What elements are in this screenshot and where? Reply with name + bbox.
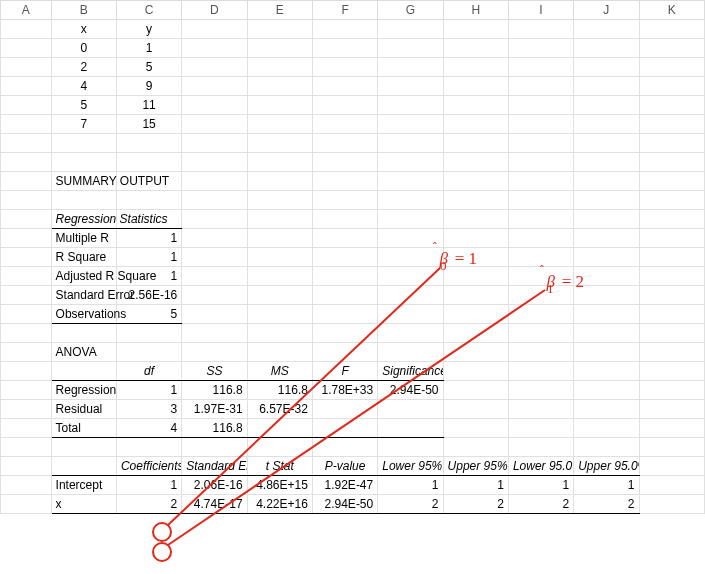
coef-intercept-value: 1 <box>116 476 181 495</box>
cell <box>378 400 443 419</box>
table-row[interactable]: 715 <box>1 115 705 134</box>
cell: 1 <box>378 476 443 495</box>
anova-header-ms: MS <box>247 362 312 381</box>
col-header[interactable]: A <box>1 1 52 20</box>
table-row[interactable]: Standard Error2.56E-16 <box>1 286 705 305</box>
stat-label: Adjusted R Square <box>51 267 116 286</box>
coef-header: Lower 95% <box>378 457 443 476</box>
cell: 0 <box>51 39 116 58</box>
cell: 6.57E-32 <box>247 400 312 419</box>
coef-header: Coefficients <box>116 457 181 476</box>
column-headers-row: A B C D E F G H I J K <box>1 1 705 20</box>
cell: 2.94E-50 <box>378 381 443 400</box>
table-row[interactable]: R Square1 <box>1 248 705 267</box>
col-header[interactable]: D <box>182 1 247 20</box>
table-row[interactable]: ANOVA <box>1 343 705 362</box>
cell: 116.8 <box>247 381 312 400</box>
anova-header-df: df <box>116 362 181 381</box>
cell: 2.06E-16 <box>182 476 247 495</box>
stat-value: 5 <box>116 305 181 324</box>
table-row[interactable]: x 2 4.74E-17 4.22E+16 2.94E-50 2 2 2 2 <box>1 495 705 514</box>
stat-label: Standard Error <box>51 286 116 305</box>
table-row[interactable]: Multiple R1 <box>1 229 705 248</box>
anova-header-ss: SS <box>182 362 247 381</box>
coef-header: P-value <box>312 457 377 476</box>
table-row[interactable] <box>1 191 705 210</box>
table-row[interactable]: Observations5 <box>1 305 705 324</box>
stat-value: 1 <box>116 248 181 267</box>
col-header[interactable]: G <box>378 1 443 20</box>
col-header[interactable]: H <box>443 1 508 20</box>
coef-row-label: x <box>51 495 116 514</box>
coef-row-label: Intercept <box>51 476 116 495</box>
cell: 5 <box>116 58 181 77</box>
stat-label: R Square <box>51 248 116 267</box>
table-row[interactable]: df SS MS F Significance F <box>1 362 705 381</box>
table-row[interactable]: Regression 1 116.8 116.8 1.78E+33 2.94E-… <box>1 381 705 400</box>
data-header-x: x <box>51 20 116 39</box>
table-row[interactable] <box>1 438 705 457</box>
spreadsheet-grid[interactable]: A B C D E F G H I J K x y 01 25 49 511 7… <box>0 0 705 514</box>
cell: 1.92E-47 <box>312 476 377 495</box>
cell: 7 <box>51 115 116 134</box>
anova-header-f: F <box>312 362 377 381</box>
table-row[interactable]: Residual 3 1.97E-31 6.57E-32 <box>1 400 705 419</box>
cell <box>378 419 443 438</box>
col-header[interactable]: K <box>639 1 704 20</box>
table-row[interactable]: 01 <box>1 39 705 58</box>
col-header[interactable]: I <box>508 1 573 20</box>
cell: 9 <box>116 77 181 96</box>
cell: 11 <box>116 96 181 115</box>
table-row[interactable]: Coefficients Standard Error t Stat P-val… <box>1 457 705 476</box>
table-row[interactable] <box>1 134 705 153</box>
cell: 1 <box>116 381 181 400</box>
col-header[interactable]: F <box>312 1 377 20</box>
table-row[interactable]: SUMMARY OUTPUT <box>1 172 705 191</box>
cell: 116.8 <box>182 419 247 438</box>
anova-header-sigf: Significance F <box>378 362 443 381</box>
table-row[interactable]: x y <box>1 20 705 39</box>
cell: 1 <box>443 476 508 495</box>
stat-label: Observations <box>51 305 116 324</box>
summary-output-title: SUMMARY OUTPUT <box>51 172 116 191</box>
coef-x-value: 2 <box>116 495 181 514</box>
table-row[interactable]: Regression Statistics <box>1 210 705 229</box>
cell: 15 <box>116 115 181 134</box>
cell: 2 <box>443 495 508 514</box>
anova-row-label: Regression <box>51 381 116 400</box>
cell: 3 <box>116 400 181 419</box>
cell: 1 <box>574 476 639 495</box>
stat-label: Multiple R <box>51 229 116 248</box>
anova-row-label: Residual <box>51 400 116 419</box>
coef-header: Upper 95% <box>443 457 508 476</box>
cell: 1.97E-31 <box>182 400 247 419</box>
table-row[interactable] <box>1 324 705 343</box>
cell <box>247 419 312 438</box>
cell: 2 <box>508 495 573 514</box>
table-row[interactable] <box>1 153 705 172</box>
col-header[interactable]: E <box>247 1 312 20</box>
cell: 116.8 <box>182 381 247 400</box>
cell: 4.22E+16 <box>247 495 312 514</box>
table-row[interactable]: Total 4 116.8 <box>1 419 705 438</box>
col-header[interactable]: C <box>116 1 181 20</box>
coef-header: t Stat <box>247 457 312 476</box>
cell: 4 <box>116 419 181 438</box>
table-row[interactable]: 511 <box>1 96 705 115</box>
circle-beta0-icon <box>153 523 171 541</box>
cell: 2.94E-50 <box>312 495 377 514</box>
table-row[interactable]: Adjusted R Square1 <box>1 267 705 286</box>
col-header[interactable]: J <box>574 1 639 20</box>
cell: 1 <box>508 476 573 495</box>
cell <box>312 400 377 419</box>
coef-header: Standard Error <box>182 457 247 476</box>
anova-title: ANOVA <box>51 343 116 362</box>
col-header[interactable]: B <box>51 1 116 20</box>
table-row[interactable]: Intercept 1 2.06E-16 4.86E+15 1.92E-47 1… <box>1 476 705 495</box>
cell: 4.86E+15 <box>247 476 312 495</box>
cell: 1.78E+33 <box>312 381 377 400</box>
coef-header: Upper 95.0% <box>574 457 639 476</box>
table-row[interactable]: 25 <box>1 58 705 77</box>
table-row[interactable]: 49 <box>1 77 705 96</box>
cell: 4.74E-17 <box>182 495 247 514</box>
